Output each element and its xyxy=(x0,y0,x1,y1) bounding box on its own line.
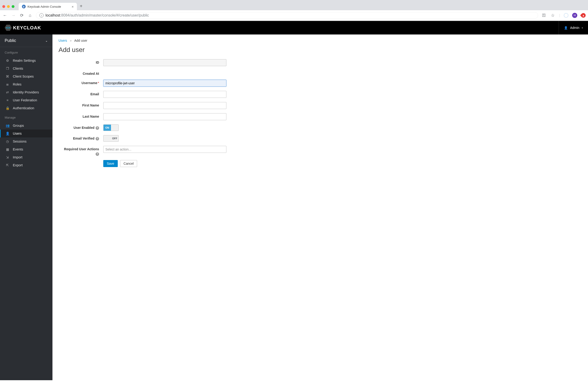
window-controls xyxy=(2,5,15,8)
save-button[interactable]: Save xyxy=(103,160,118,167)
switch-on-segment: ON xyxy=(104,125,111,131)
label-email-verified: Email Verified? xyxy=(59,135,103,141)
brand-text: KEYCLOAK xyxy=(13,25,41,31)
breadcrumb-current: Add user xyxy=(74,39,87,42)
new-tab-button[interactable]: + xyxy=(80,3,83,9)
browser-tab[interactable]: ◈ Keycloak Admin Console × xyxy=(19,3,77,10)
maximize-window-icon[interactable] xyxy=(12,5,15,8)
toolbar-right: ⚿ ☆ | H ▲ xyxy=(541,13,586,18)
app-header: <> KEYCLOAK 👤 Admin ▾ xyxy=(0,21,588,35)
back-icon[interactable]: ← xyxy=(2,13,7,18)
label-last-name: Last Name xyxy=(59,113,103,118)
cube-icon: ❒ xyxy=(5,67,10,70)
sidebar: Public ⌄ Configure ⚙ Realm Settings ❒ Cl… xyxy=(0,35,52,380)
sidebar-item-client-scopes[interactable]: ⌘ Client Scopes xyxy=(0,72,52,80)
sidebar-item-roles[interactable]: ≣ Roles xyxy=(0,80,52,88)
label-email: Email xyxy=(59,91,103,96)
label-user-enabled: User Enabled? xyxy=(59,124,103,130)
sidebar-item-clients[interactable]: ❒ Clients xyxy=(0,64,52,72)
user-icon: 👤 xyxy=(564,26,568,30)
extension-shield-icon[interactable]: ▲ xyxy=(580,12,587,19)
browser-chrome: ◈ Keycloak Admin Console × + ← → ⟳ ⌂ i l… xyxy=(0,0,588,21)
sidebar-item-realm-settings[interactable]: ⚙ Realm Settings xyxy=(0,57,52,64)
home-icon[interactable]: ⌂ xyxy=(27,13,33,18)
sidebar-item-label: Authentication xyxy=(13,106,34,110)
sidebar-item-label: Export xyxy=(13,163,23,167)
id-field xyxy=(103,59,226,66)
list-icon: ≣ xyxy=(5,82,10,86)
realm-name: Public xyxy=(5,38,16,43)
breadcrumb: Users » Add user xyxy=(59,39,582,42)
user-label: Admin xyxy=(570,26,579,30)
sidebar-item-users[interactable]: 👤 Users xyxy=(0,130,52,138)
close-tab-icon[interactable]: × xyxy=(72,5,74,8)
exchange-icon: ⇄ xyxy=(5,90,10,94)
sidebar-item-label: Sessions xyxy=(13,140,27,143)
favicon-icon: ◈ xyxy=(22,5,26,8)
label-username: Username* xyxy=(59,80,103,85)
switch-handle xyxy=(111,125,118,131)
first-name-field[interactable] xyxy=(103,102,226,109)
sidebar-item-sessions[interactable]: ◷ Sessions xyxy=(0,138,52,145)
address-bar[interactable]: i localhost:8084/auth/admin/master/conso… xyxy=(36,12,538,19)
help-icon[interactable]: ? xyxy=(96,152,99,156)
sidebar-item-user-federation[interactable]: ≡ User Federation xyxy=(0,96,52,104)
reload-icon[interactable]: ⟳ xyxy=(19,13,24,18)
label-id: ID xyxy=(59,59,103,64)
clock-icon: ◷ xyxy=(5,140,10,143)
logo-icon: <> xyxy=(6,26,10,30)
bookmark-star-icon[interactable]: ☆ xyxy=(550,13,555,18)
breadcrumb-separator: » xyxy=(70,39,72,42)
sidebar-item-label: Client Scopes xyxy=(13,75,34,78)
database-icon: ≡ xyxy=(5,98,10,102)
sidebar-item-label: Users xyxy=(13,132,22,135)
chevron-down-icon: ⌄ xyxy=(45,39,48,42)
sliders-icon: ⚙ xyxy=(5,59,10,62)
sidebar-item-label: User Federation xyxy=(13,98,37,102)
sidebar-item-authentication[interactable]: 🔒 Authentication xyxy=(0,104,52,112)
brand-logo[interactable]: <> KEYCLOAK xyxy=(5,24,41,31)
minimize-window-icon[interactable] xyxy=(7,5,10,8)
email-verified-toggle[interactable]: OFF xyxy=(103,135,119,142)
sidebar-item-import[interactable]: ⇲ Import xyxy=(0,153,52,161)
chevron-down-icon: ▾ xyxy=(582,27,583,29)
sidebar-item-events[interactable]: ▦ Events xyxy=(0,145,52,153)
email-field[interactable] xyxy=(103,91,226,98)
section-title-configure: Configure xyxy=(0,47,52,57)
profile-avatar[interactable]: H xyxy=(572,13,577,18)
scopes-icon: ⌘ xyxy=(5,75,10,78)
key-icon[interactable]: ⚿ xyxy=(541,13,546,18)
sidebar-item-label: Roles xyxy=(13,82,21,86)
label-created-at: Created At xyxy=(59,70,103,76)
main-content: Users » Add user Add user ID Created At … xyxy=(52,35,588,380)
page-title: Add user xyxy=(59,46,582,54)
user-enabled-toggle[interactable]: ON xyxy=(103,124,119,131)
username-field[interactable] xyxy=(103,80,226,87)
help-icon[interactable]: ? xyxy=(96,126,99,130)
calendar-icon: ▦ xyxy=(5,147,10,151)
sidebar-item-export[interactable]: ⇱ Export xyxy=(0,161,52,169)
sidebar-item-label: Import xyxy=(13,155,22,159)
last-name-field[interactable] xyxy=(103,113,226,120)
switch-off-segment: OFF xyxy=(111,135,118,141)
sidebar-item-identity-providers[interactable]: ⇄ Identity Providers xyxy=(0,88,52,96)
sidebar-item-label: Identity Providers xyxy=(13,90,39,94)
breadcrumb-link-users[interactable]: Users xyxy=(59,39,67,42)
sidebar-item-label: Realm Settings xyxy=(13,59,36,62)
site-info-icon[interactable]: i xyxy=(39,13,43,18)
sidebar-item-label: Events xyxy=(13,147,23,151)
user-icon: 👤 xyxy=(5,132,10,135)
close-window-icon[interactable] xyxy=(2,5,5,8)
label-first-name: First Name xyxy=(59,102,103,107)
required-actions-select[interactable]: Select an action... xyxy=(103,146,226,153)
cancel-button[interactable]: Cancel xyxy=(120,160,137,167)
sidebar-item-label: Clients xyxy=(13,67,23,70)
switch-handle xyxy=(104,135,111,141)
help-icon[interactable]: ? xyxy=(96,137,99,141)
sidebar-item-groups[interactable]: 👥 Groups xyxy=(0,121,52,130)
forward-icon: → xyxy=(11,13,16,18)
url-text: localhost:8084/auth/admin/master/console… xyxy=(45,13,149,18)
realm-selector[interactable]: Public ⌄ xyxy=(0,35,52,47)
extension-icon[interactable] xyxy=(564,13,568,18)
user-menu[interactable]: 👤 Admin ▾ xyxy=(559,21,588,35)
